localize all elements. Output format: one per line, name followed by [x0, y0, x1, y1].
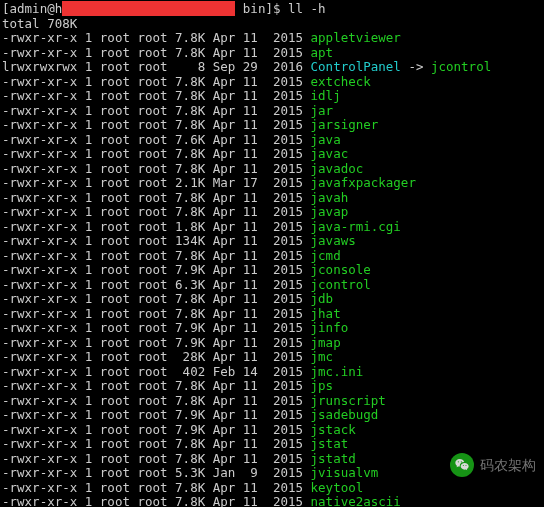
list-row: -rwxr-xr-x 1 root root 7.8K Apr 11 2015 [2, 103, 311, 118]
list-row: -rwxr-xr-x 1 root root 7.9K Apr 11 2015 [2, 422, 311, 437]
list-row: -rwxr-xr-x 1 root root 7.8K Apr 11 2015 [2, 291, 311, 306]
file-name-exec: javac [311, 146, 349, 161]
list-row: -rwxr-xr-x 1 root root 7.8K Apr 11 2015 [2, 306, 311, 321]
prompt-redacted [62, 1, 235, 16]
list-row: -rwxr-xr-x 1 root root 7.8K Apr 11 2015 [2, 204, 311, 219]
terminal-output[interactable]: [admin@h bin]$ ll -h total 708K -rwxr-xr… [0, 0, 544, 507]
file-name-exec: javap [311, 204, 349, 219]
file-name-exec: appletviewer [311, 30, 401, 45]
file-name-exec: extcheck [311, 74, 371, 89]
list-row: -rwxr-xr-x 1 root root 7.8K Apr 11 2015 [2, 45, 311, 60]
file-name-exec: jstat [311, 436, 349, 451]
list-row: -rwxr-xr-x 1 root root 7.9K Apr 11 2015 [2, 262, 311, 277]
file-name-exec: jconsole [311, 262, 371, 277]
file-name-exec: javadoc [311, 161, 364, 176]
file-name-exec: jrunscript [311, 393, 386, 408]
total-line: total 708K [2, 16, 77, 31]
file-name-exec: jstack [311, 422, 356, 437]
file-name-exec: jhat [311, 306, 341, 321]
list-row: -rwxr-xr-x 1 root root 7.8K Apr 11 2015 [2, 451, 311, 466]
list-row: -rwxr-xr-x 1 root root 7.8K Apr 11 2015 [2, 30, 311, 45]
list-row: -rwxr-xr-x 1 root root 7.8K Apr 11 2015 [2, 480, 311, 495]
file-name-exec: jps [311, 378, 334, 393]
file-name-exec: jstatd [311, 451, 356, 466]
file-name-exec: jmap [311, 335, 341, 350]
file-name-exec: native2ascii [311, 494, 401, 507]
file-name-exec: jdb [311, 291, 334, 306]
file-name-exec: jsadebugd [311, 407, 379, 422]
list-row: -rwxr-xr-x 1 root root 7.8K Apr 11 2015 [2, 88, 311, 103]
file-name-exec: jvisualvm [311, 465, 379, 480]
list-row: lrwxrwxrwx 1 root root 8 Sep 29 2016 [2, 59, 311, 74]
list-row: -rwxr-xr-x 1 root root 7.8K Apr 11 2015 [2, 117, 311, 132]
file-name-exec: jarsigner [311, 117, 379, 132]
link-target: jcontrol [431, 59, 491, 74]
file-name-exec: jar [311, 103, 334, 118]
file-name-exec: apt [311, 45, 334, 60]
list-row: -rwxr-xr-x 1 root root 28K Apr 11 2015 [2, 349, 311, 364]
list-row: -rwxr-xr-x 1 root root 7.8K Apr 11 2015 [2, 436, 311, 451]
file-name-exec: java-rmi.cgi [311, 219, 401, 234]
list-row: -rwxr-xr-x 1 root root 7.8K Apr 11 2015 [2, 146, 311, 161]
list-row: -rwxr-xr-x 1 root root 7.6K Apr 11 2015 [2, 132, 311, 147]
watermark-text: 码农架构 [480, 458, 536, 473]
list-row: -rwxr-xr-x 1 root root 2.1K Mar 17 2015 [2, 175, 311, 190]
list-row: -rwxr-xr-x 1 root root 7.8K Apr 11 2015 [2, 74, 311, 89]
list-row: -rwxr-xr-x 1 root root 7.8K Apr 11 2015 [2, 494, 311, 507]
file-name-exec: javaws [311, 233, 356, 248]
list-row: -rwxr-xr-x 1 root root 7.9K Apr 11 2015 [2, 335, 311, 350]
file-listing: -rwxr-xr-x 1 root root 7.8K Apr 11 2015 … [2, 30, 491, 507]
list-row: -rwxr-xr-x 1 root root 7.9K Apr 11 2015 [2, 407, 311, 422]
file-name-link: ControlPanel [311, 59, 401, 74]
file-name-exec: jcontrol [311, 277, 371, 292]
file-name-exec: jmc [311, 349, 334, 364]
list-row: -rwxr-xr-x 1 root root 5.3K Jan 9 2015 [2, 465, 311, 480]
prompt-pre: [admin@h [2, 1, 62, 16]
list-row: -rwxr-xr-x 1 root root 7.8K Apr 11 2015 [2, 248, 311, 263]
command-text: ll -h [288, 1, 326, 16]
file-name-exec: javah [311, 190, 349, 205]
prompt-post: bin]$ [235, 1, 288, 16]
file-name-exec: javafxpackager [311, 175, 416, 190]
file-name-exec: jinfo [311, 320, 349, 335]
wechat-icon [450, 453, 474, 477]
file-name-exec: idlj [311, 88, 341, 103]
file-name-exec: jcmd [311, 248, 341, 263]
list-row: -rwxr-xr-x 1 root root 134K Apr 11 2015 [2, 233, 311, 248]
watermark: 码农架构 [450, 453, 536, 477]
list-row: -rwxr-xr-x 1 root root 7.8K Apr 11 2015 [2, 161, 311, 176]
list-row: -rwxr-xr-x 1 root root 7.9K Apr 11 2015 [2, 320, 311, 335]
list-row: -rwxr-xr-x 1 root root 7.8K Apr 11 2015 [2, 378, 311, 393]
file-name-exec: keytool [311, 480, 364, 495]
list-row: -rwxr-xr-x 1 root root 7.8K Apr 11 2015 [2, 393, 311, 408]
list-row: -rwxr-xr-x 1 root root 7.8K Apr 11 2015 [2, 190, 311, 205]
file-name-exec: java [311, 132, 341, 147]
list-row: -rwxr-xr-x 1 root root 402 Feb 14 2015 [2, 364, 311, 379]
file-name-exec: jmc.ini [311, 364, 364, 379]
list-row: -rwxr-xr-x 1 root root 6.3K Apr 11 2015 [2, 277, 311, 292]
list-row: -rwxr-xr-x 1 root root 1.8K Apr 11 2015 [2, 219, 311, 234]
